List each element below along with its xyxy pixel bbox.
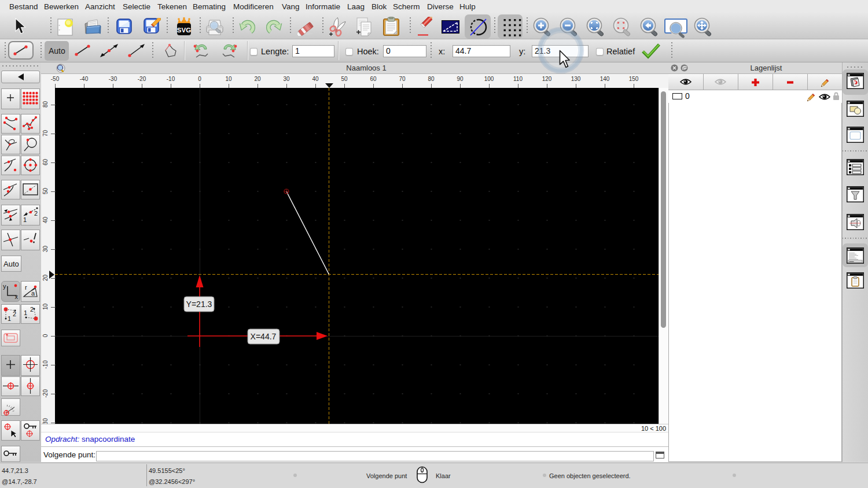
svg-text:1: 1 bbox=[23, 216, 27, 223]
svg-text:2: 2 bbox=[34, 210, 38, 217]
svg-text:r: r bbox=[25, 284, 27, 291]
svg-text:1: 1 bbox=[8, 315, 11, 322]
svg-text:2: 2 bbox=[30, 306, 34, 313]
svg-text:a: a bbox=[31, 290, 35, 297]
svg-text:X=44.7: X=44.7 bbox=[251, 332, 277, 341]
svg-text:SVG: SVG bbox=[177, 27, 191, 34]
svg-text:2: 2 bbox=[13, 310, 16, 317]
svg-text:Y=21.3: Y=21.3 bbox=[186, 300, 212, 309]
svg-text:1: 1 bbox=[24, 309, 27, 316]
